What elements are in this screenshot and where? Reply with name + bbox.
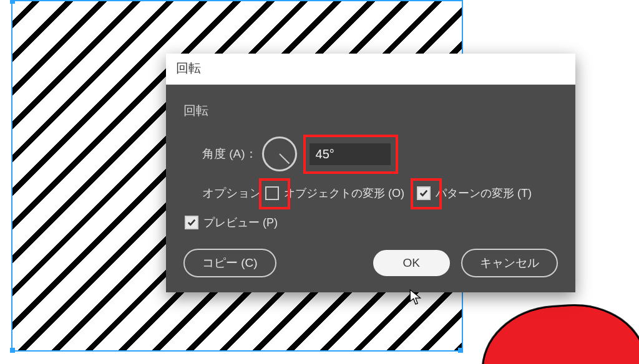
angle-label: 角度 (A)： — [202, 146, 257, 162]
angle-dial-icon[interactable] — [262, 136, 297, 171]
group-label-rotate: 回転 — [183, 102, 558, 119]
options-row: オプション オブジェクトの変形 (O) パターンの変形 ( — [183, 185, 558, 201]
angle-input-highlight — [306, 140, 394, 169]
copy-button[interactable]: コピー (C) — [183, 249, 276, 277]
checkbox-label: プレビュー (P) — [203, 215, 278, 230]
checkbox-box-icon — [185, 216, 198, 229]
angle-row: 角度 (A)： — [183, 136, 558, 171]
checkbox-label: オブジェクトの変形 (O) — [284, 186, 404, 201]
cancel-button[interactable]: キャンセル — [461, 249, 558, 277]
checkbox-label: パターンの変形 (T) — [436, 186, 532, 201]
ok-button[interactable]: OK — [373, 250, 450, 276]
preview-row: プレビュー (P) — [185, 215, 558, 230]
checkmark-icon — [419, 189, 428, 198]
checkbox-box-icon — [417, 186, 431, 200]
checkmark-icon — [187, 218, 196, 227]
angle-input[interactable] — [310, 143, 391, 165]
dialog-title: 回転 — [166, 54, 575, 85]
selection-handle[interactable] — [10, 0, 15, 4]
checkbox-preview[interactable]: プレビュー (P) — [185, 215, 278, 230]
options-label: オプション — [202, 185, 261, 201]
dialog-footer: コピー (C) OK キャンセル — [183, 249, 558, 277]
dialog-body: 回転 角度 (A)： オプション オブジェクトの変形 (O) — [166, 85, 575, 292]
checkbox-transform-objects[interactable]: オブジェクトの変形 (O) — [265, 186, 404, 201]
selection-handle[interactable] — [10, 348, 15, 353]
rotate-dialog: 回転 回転 角度 (A)： オプション オブジェクトの変形 (O) — [166, 54, 575, 292]
checkbox-box-icon — [265, 186, 279, 200]
selection-handle[interactable] — [458, 348, 463, 353]
checkbox-transform-patterns[interactable]: パターンの変形 (T) — [417, 186, 532, 201]
red-shape — [478, 300, 639, 364]
